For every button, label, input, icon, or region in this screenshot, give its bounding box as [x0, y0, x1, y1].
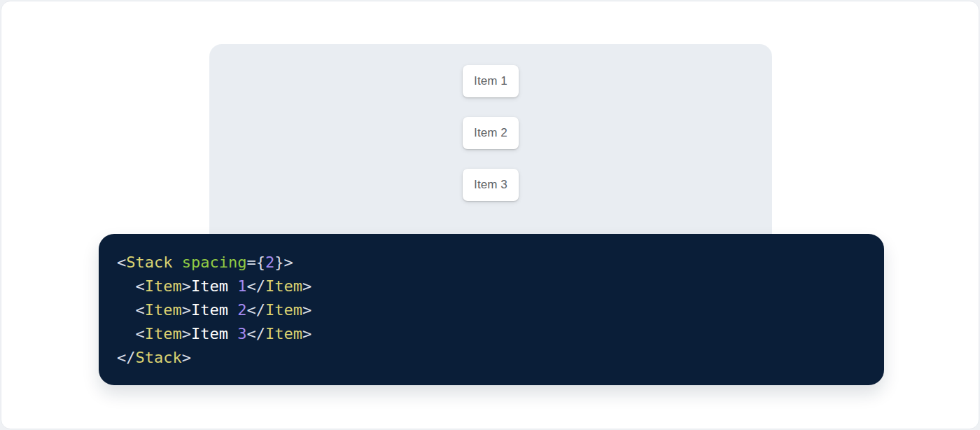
- code-token-punc: </: [117, 349, 136, 366]
- code-token-num: 2: [265, 254, 274, 271]
- code-token-tag: Stack: [136, 349, 182, 366]
- code-token-punc: >: [182, 349, 191, 366]
- code-token-tag: Item: [265, 277, 302, 295]
- code-token-attr: spacing: [182, 254, 247, 271]
- code-token-punc: <: [136, 325, 145, 342]
- page-card: Item 1 Item 2 Item 3 <Stack spacing={2}>…: [1, 1, 979, 429]
- code-line: <Item>Item 1</Item>: [117, 275, 866, 298]
- code-token-tag: Item: [265, 325, 302, 342]
- code-token-plain: Item: [191, 325, 237, 342]
- code-token-punc: <: [117, 254, 126, 271]
- code-token-punc: >: [302, 277, 312, 295]
- code-token-punc: </: [246, 301, 265, 319]
- code-token-tag: Item: [265, 301, 302, 319]
- code-token-plain: [117, 325, 136, 342]
- code-token-num: 2: [237, 301, 246, 319]
- code-token-punc: >: [302, 301, 312, 319]
- code-line: </Stack>: [117, 346, 866, 370]
- code-token-plain: Item: [191, 277, 237, 295]
- code-token-tag: Item: [145, 277, 182, 295]
- code-token-num: 3: [237, 325, 246, 342]
- code-token-plain: Item: [191, 301, 237, 319]
- stack-container: Item 1 Item 2 Item 3: [209, 44, 772, 201]
- code-line: <Stack spacing={2}>: [117, 251, 866, 275]
- code-token-num: 1: [237, 277, 246, 295]
- code-token-punc: <: [136, 301, 145, 319]
- code-token-punc: </: [246, 325, 265, 342]
- code-token-plain: [117, 301, 136, 319]
- code-token-plain: [117, 277, 136, 295]
- code-token-punc: >: [182, 277, 191, 295]
- code-token-punc: }>: [274, 254, 293, 271]
- stack-item: Item 1: [463, 65, 519, 97]
- code-token-punc: >: [302, 325, 312, 342]
- code-token-punc: >: [182, 301, 191, 319]
- code-block: <Stack spacing={2}> <Item>Item 1</Item> …: [99, 234, 884, 385]
- code-token-plain: [172, 254, 181, 271]
- code-token-punc: >: [182, 325, 191, 342]
- code-token-tag: Stack: [126, 254, 172, 271]
- code-snippet: <Stack spacing={2}> <Item>Item 1</Item> …: [117, 251, 866, 370]
- code-token-punc: <: [136, 277, 145, 295]
- code-line: <Item>Item 2</Item>: [117, 298, 866, 322]
- stack-item: Item 3: [463, 169, 519, 201]
- code-token-punc: ={: [246, 254, 265, 271]
- code-token-tag: Item: [145, 301, 182, 319]
- code-token-tag: Item: [145, 325, 182, 342]
- code-line: <Item>Item 3</Item>: [117, 322, 866, 346]
- code-token-punc: </: [246, 277, 265, 295]
- stack-item: Item 2: [463, 117, 519, 149]
